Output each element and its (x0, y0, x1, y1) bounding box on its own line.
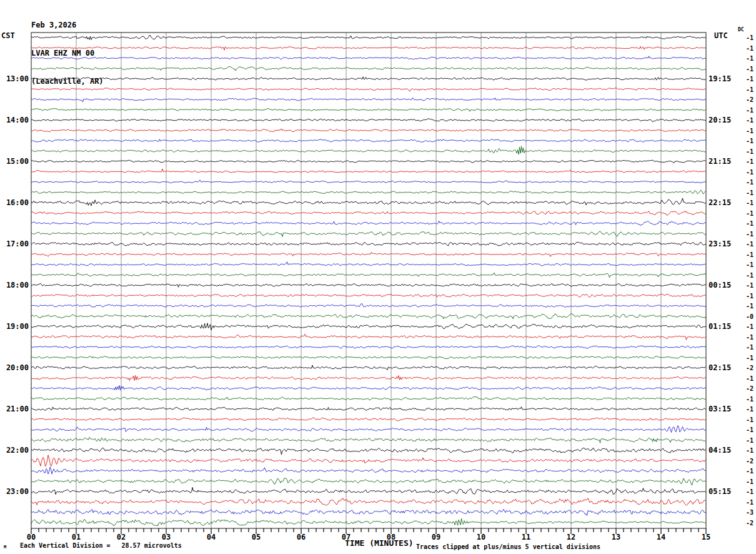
trace-waveform-green (31, 478, 706, 485)
cst-hour-label: 17:00 (0, 239, 29, 248)
dc-value: -1 (740, 117, 754, 124)
trace-waveform-green (31, 356, 706, 359)
trace-waveform-blue (31, 510, 706, 516)
trace-waveform-blue (31, 221, 706, 226)
dc-value: -1 (740, 272, 754, 279)
trace-waveform-blue (31, 56, 706, 59)
dc-value: -1 (740, 231, 754, 238)
x-tick-label: 00 (21, 533, 41, 541)
scale-note: Each Vertical Division = 28.57 microvolt… (20, 542, 182, 549)
trace-waveform-black-17:00 (31, 242, 706, 246)
cst-hour-label: 16:00 (0, 198, 29, 207)
trace-waveform-green (31, 231, 706, 237)
dc-value: -1 (740, 447, 754, 454)
title-date: Feb 3,2026 (31, 21, 104, 30)
trace-waveform-red (31, 334, 706, 340)
trace-waveform-black-21:00 (31, 407, 706, 411)
dc-value: -1 (740, 107, 754, 114)
trace-waveform-green (31, 396, 706, 400)
dc-value: -1 (740, 55, 754, 62)
trace-waveform-black-15:00 (31, 160, 706, 163)
trace-waveform-blue (31, 180, 706, 183)
trace-waveform-green (31, 66, 706, 71)
dc-value: -1 (740, 334, 754, 341)
trace-waveform-blue (31, 262, 706, 266)
x-tick-label: 09 (426, 533, 446, 541)
x-tick-label: 12 (561, 533, 581, 541)
helicorder-plot (0, 0, 756, 554)
cst-hour-label: 21:00 (0, 405, 29, 413)
dc-value: -1 (740, 210, 754, 217)
trace-waveform-red (31, 418, 706, 421)
trace-waveform-green (31, 108, 706, 111)
dc-column-header: DC (738, 27, 744, 33)
dc-value: -2 (740, 365, 754, 371)
dc-value: -1 (740, 488, 754, 495)
dc-value: -1 (740, 437, 754, 444)
trace-waveform-red (31, 46, 706, 50)
title-block: Feb 3,2026 LVAR EHZ NM 00 (Leachville, A… (31, 2, 104, 105)
x-tick-label: 13 (606, 533, 626, 541)
dc-value: -1 (740, 66, 754, 73)
cst-hour-label: 19:00 (0, 322, 29, 331)
dc-value: -1 (740, 138, 754, 144)
dc-value: -2 (740, 458, 754, 465)
trace-waveform-red (31, 169, 706, 173)
trace-waveform-green (31, 437, 706, 443)
trace-waveform-green (31, 190, 706, 194)
trace-waveform-red (31, 375, 706, 381)
dc-value: -1 (740, 199, 754, 206)
trace-waveform-blue (31, 139, 706, 143)
footer-mark: M (4, 545, 6, 550)
dc-value: -1 (740, 293, 754, 300)
cst-hour-label: 14:00 (0, 116, 29, 124)
x-tick-label: 11 (516, 533, 536, 541)
trace-waveform-red (31, 455, 706, 466)
x-tick-label: 06 (291, 533, 311, 541)
dc-value: -1 (740, 261, 754, 268)
dc-value: -2 (740, 96, 754, 103)
x-tick-label: 02 (111, 533, 131, 541)
dc-value: -1 (740, 86, 754, 93)
trace-waveform-black-18:00 (31, 283, 706, 287)
cst-hour-label: 13:00 (0, 74, 29, 83)
dc-value: -1 (740, 282, 754, 289)
trace-waveform-blue (31, 304, 706, 308)
dc-value: -1 (740, 169, 754, 176)
x-tick-label: 01 (66, 533, 86, 541)
title-location: (Leachville, AR) (31, 77, 104, 86)
dc-value: -1 (740, 189, 754, 196)
trace-waveform-red (31, 252, 706, 256)
dc-value: -1 (740, 355, 754, 361)
right-axis-title: UTC (714, 31, 728, 40)
dc-value: -2 (740, 520, 754, 526)
cst-hour-label: 15:00 (0, 157, 29, 166)
x-tick-label: 15 (696, 533, 716, 541)
plot-border (31, 33, 706, 528)
trace-waveform-red (31, 294, 706, 297)
trace-waveform-green (31, 518, 706, 526)
cst-hour-label: 23:00 (0, 487, 29, 496)
dc-value: -1 (740, 323, 754, 330)
trace-waveform-blue (31, 346, 706, 349)
trace-waveform-black (31, 36, 706, 40)
dc-value: -3 (740, 509, 754, 516)
dc-value: -1 (740, 45, 754, 52)
dc-value: -1 (740, 426, 754, 433)
trace-waveform-black-19:00 (31, 323, 706, 330)
trace-waveform-red (31, 129, 706, 132)
dc-value: -1 (740, 499, 754, 506)
cst-hour-label: 18:00 (0, 281, 29, 290)
x-tick-label: 04 (201, 533, 221, 541)
dc-value: -1 (740, 158, 754, 165)
left-axis-title: CST (1, 31, 15, 40)
dc-value: -1 (740, 76, 754, 83)
trace-waveform-red (31, 88, 706, 91)
trace-waveform-green (31, 313, 706, 318)
dc-value: -1 (740, 251, 754, 258)
title-station: LVAR EHZ NM 00 (31, 49, 104, 58)
trace-waveform-black-20:00 (31, 365, 706, 370)
trace-waveform-black-23:00 (31, 487, 706, 494)
dc-value: -1 (740, 406, 754, 413)
trace-waveform-black-22:00 (31, 448, 706, 455)
